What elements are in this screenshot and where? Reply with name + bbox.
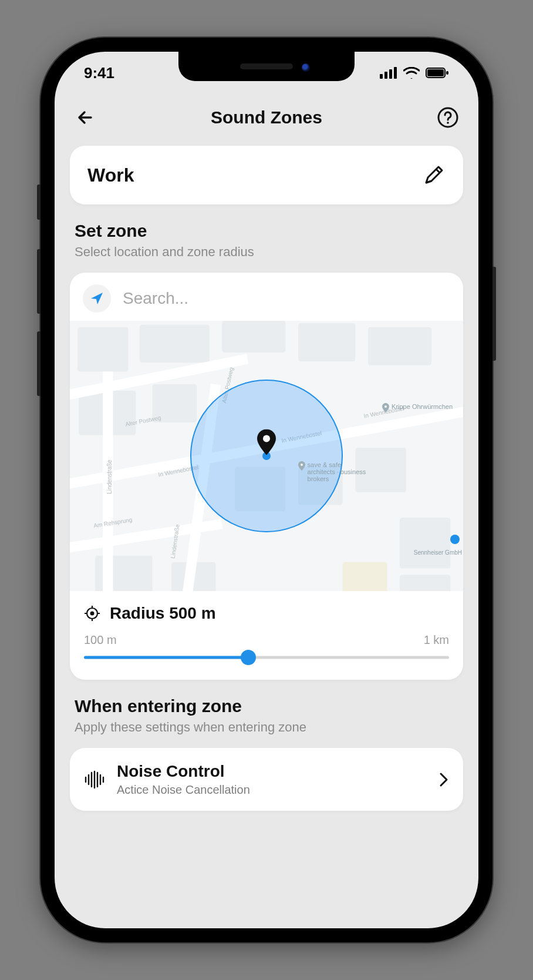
slider-fill — [84, 656, 248, 659]
map-pin[interactable] — [257, 429, 276, 457]
slider-max-label: 1 km — [424, 633, 449, 647]
svg-rect-0 — [380, 74, 383, 79]
location-arrow-icon — [89, 291, 104, 306]
arrow-left-icon — [75, 107, 96, 128]
set-zone-subtitle: Select location and zone radius — [75, 244, 458, 260]
volume-up-button — [37, 249, 41, 314]
set-zone-title: Set zone — [75, 221, 458, 241]
set-zone-header: Set zone Select location and zone radius — [70, 221, 463, 260]
poi-pin-icon — [298, 461, 305, 471]
poi-pin-icon — [382, 403, 389, 412]
noise-control-row[interactable]: Noise Control Actice Noise Cancellation — [70, 748, 463, 811]
entering-zone-title: When entering zone — [75, 696, 458, 716]
svg-rect-2 — [389, 69, 392, 79]
svg-rect-22 — [400, 518, 450, 568]
svg-point-25 — [263, 435, 270, 442]
svg-rect-23 — [400, 575, 450, 591]
volume-down-button — [37, 331, 41, 396]
battery-icon — [426, 67, 449, 79]
svg-rect-5 — [427, 69, 444, 76]
nav-bar: Sound Zones — [70, 100, 463, 133]
notch — [178, 52, 355, 81]
pencil-icon — [422, 163, 446, 187]
back-button[interactable] — [72, 105, 98, 130]
noise-control-icon — [84, 770, 105, 789]
svg-point-8 — [447, 122, 449, 124]
svg-point-26 — [384, 405, 387, 408]
slider-thumb[interactable] — [241, 650, 256, 665]
noise-control-title: Noise Control — [117, 762, 427, 781]
svg-rect-3 — [394, 67, 397, 79]
phone-frame: 9:41 — [41, 38, 492, 942]
svg-rect-14 — [368, 327, 431, 365]
page-title: Sound Zones — [211, 108, 322, 127]
help-button[interactable] — [435, 105, 461, 130]
cellular-icon — [380, 67, 397, 79]
noise-control-subtitle: Actice Noise Cancellation — [117, 783, 427, 797]
zone-name-label: Work — [87, 165, 134, 186]
slider-min-label: 100 m — [84, 633, 117, 647]
svg-rect-6 — [446, 71, 448, 75]
pin-icon — [257, 429, 276, 455]
svg-rect-24 — [343, 562, 387, 591]
street-label: Lindenstraße — [106, 459, 113, 494]
svg-point-7 — [438, 108, 457, 127]
svg-point-27 — [301, 464, 303, 466]
map-user-dot — [450, 535, 460, 544]
radius-value-label: Radius 500 m — [110, 604, 216, 623]
radius-slider[interactable] — [84, 649, 449, 666]
svg-rect-1 — [384, 72, 387, 79]
chevron-right-icon — [438, 771, 449, 788]
entering-zone-subtitle: Apply these settings when entering zone — [75, 720, 458, 735]
zone-name-card[interactable]: Work — [70, 146, 463, 204]
locate-me-button[interactable] — [83, 284, 111, 313]
screen: 9:41 — [55, 52, 478, 928]
map-poi: save & safe architects · business broker… — [298, 461, 369, 482]
power-button — [492, 267, 496, 361]
mute-switch — [37, 184, 41, 220]
svg-rect-11 — [140, 324, 210, 363]
map-poi: Sennheiser GmbH — [414, 549, 462, 556]
target-icon — [84, 605, 100, 622]
status-time: 9:41 — [84, 64, 114, 82]
svg-rect-10 — [77, 327, 128, 372]
map-card: Search... — [70, 273, 463, 680]
map-poi: Krippe Ohrwürmchen — [382, 403, 453, 412]
svg-point-29 — [90, 612, 95, 616]
wifi-icon — [403, 67, 420, 79]
search-input[interactable]: Search... — [123, 289, 188, 308]
svg-rect-12 — [222, 321, 285, 353]
help-icon — [437, 106, 459, 129]
map-view[interactable]: Alter Postweg Alter Postweg Lindenstraße… — [70, 321, 463, 591]
entering-zone-header: When entering zone Apply these settings … — [70, 696, 463, 735]
svg-rect-13 — [298, 323, 355, 361]
